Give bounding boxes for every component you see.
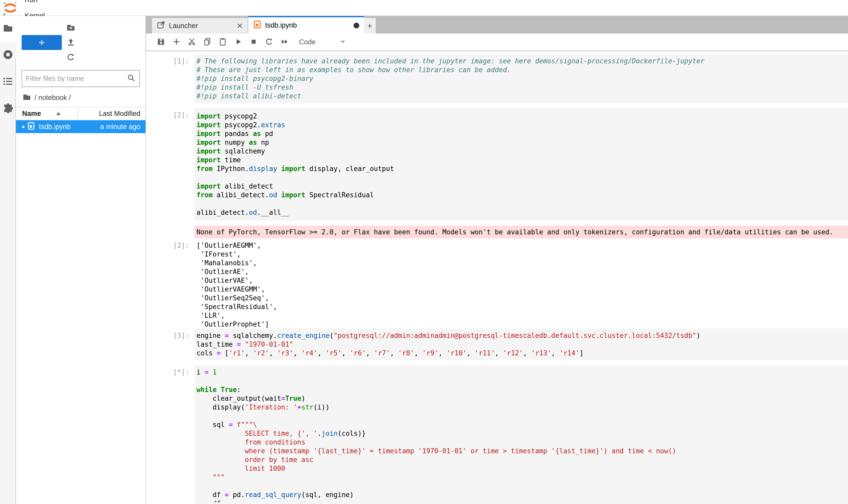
- code-line: """: [197, 473, 848, 482]
- cell-editor[interactable]: engine = sqlalchemy.create_engine("postg…: [194, 329, 848, 360]
- code-line: import psycopg2: [197, 112, 848, 121]
- breadcrumb[interactable]: / notebook /: [16, 87, 145, 107]
- run-icon: [234, 37, 243, 47]
- tab-close-icon[interactable]: ✕: [237, 21, 243, 30]
- code-line: i = 1: [197, 368, 848, 377]
- cell-type-dropdown[interactable]: Code: [299, 37, 347, 47]
- code-line: import sqlalchemy: [197, 147, 848, 156]
- output-line: ['OutlierAEGMM',: [197, 241, 848, 250]
- code-line: # The following libraries have already b…: [197, 57, 848, 66]
- code-line: #!pip install alibi-detect: [197, 92, 848, 101]
- output-line: 'Mahalanobis',: [197, 258, 848, 267]
- cut-button[interactable]: [184, 34, 200, 50]
- copy-button[interactable]: [200, 34, 215, 50]
- tab-launcher[interactable]: Launcher✕: [152, 18, 248, 34]
- file-browser-panel: + / notebook / Name Last Modified tsdb.i…: [16, 16, 146, 504]
- code-line: import numpy as np: [197, 138, 848, 147]
- copy-icon: [203, 37, 212, 47]
- notebook-toolbar: Code: [146, 34, 848, 51]
- add-button[interactable]: [169, 34, 184, 50]
- code-line: df = pd.read_sql_query(sql, engine): [197, 490, 848, 499]
- launcher-icon: [157, 21, 169, 31]
- kernel-running-dot: [22, 126, 24, 128]
- code-line: cols = ['r1', 'r2', 'r3', 'r4', 'r5', 'r…: [197, 349, 848, 358]
- paste-button[interactable]: [215, 34, 231, 50]
- code-line: df: [197, 499, 848, 502]
- output-prompt: [2]:: [146, 241, 193, 329]
- puzzle-icon: [2, 103, 14, 115]
- code-line: limit 1000: [197, 464, 848, 473]
- code-line: clear_output(wait=True): [197, 394, 848, 403]
- execute-result: ['OutlierAEGMM', 'IForest', 'Mahalanobis…: [194, 241, 848, 329]
- code-line: [197, 173, 848, 182]
- code-line: last_time = "1970-01-01": [197, 340, 848, 349]
- output-line: 'OutlierAE',: [197, 267, 848, 276]
- file-browser-toolbar: +: [16, 16, 145, 68]
- filter-files-box: [22, 70, 140, 87]
- sidebar-tab-running-terminals-and-kernels[interactable]: [1, 48, 15, 62]
- menu-item-run[interactable]: Run: [19, 0, 56, 8]
- file-row[interactable]: tsdb.ipynba minute ago: [16, 120, 145, 133]
- file-list-header: Name Last Modified: [16, 107, 145, 120]
- cell-editor[interactable]: # The following libraries have already b…: [194, 54, 848, 103]
- code-line: alibi_detect.od.__all__: [197, 208, 848, 217]
- main-dock-panel: Launcher✕tsdb.ipynb+ Code [1]:# The foll…: [146, 16, 848, 504]
- upload-icon: [66, 37, 76, 48]
- dock-tab-bar: Launcher✕tsdb.ipynb+: [146, 16, 848, 34]
- save-icon: [156, 37, 166, 47]
- tab-tsdb-ipynb[interactable]: tsdb.ipynb: [248, 16, 364, 34]
- breadcrumb-path: / notebook /: [35, 94, 71, 102]
- stop-button[interactable]: [246, 34, 261, 50]
- restart-icon: [265, 37, 274, 47]
- code-cell: [1]:# The following libraries have alrea…: [146, 54, 848, 103]
- output-line: 'IForest',: [197, 250, 848, 258]
- code-line: [197, 199, 848, 208]
- refresh-button[interactable]: [62, 50, 80, 65]
- output-line: 'OutlierProphet']: [197, 320, 848, 329]
- code-line: import psycopg2.extras: [197, 121, 848, 129]
- new-folder-button[interactable]: [62, 20, 80, 35]
- code-line: order by time asc: [197, 455, 848, 464]
- output-line: 'LLR',: [197, 311, 848, 320]
- tab-label: tsdb.ipynb: [265, 21, 297, 29]
- fast-forward-button[interactable]: [277, 34, 292, 50]
- menu-bar: FileEditViewRunKernelTabsSettingsHelp: [0, 0, 848, 16]
- stop-circle-icon: [2, 49, 14, 61]
- left-sidebar-tabstrip: [0, 16, 16, 504]
- sort-by-modified-header[interactable]: Last Modified: [77, 107, 145, 120]
- sidebar-tab-file-browser[interactable]: [1, 21, 15, 36]
- paste-icon: [218, 37, 228, 47]
- code-line: from conditions: [197, 438, 848, 447]
- cell-editor[interactable]: import psycopg2import psycopg2.extrasimp…: [194, 108, 848, 220]
- sort-by-name-header[interactable]: Name: [16, 110, 77, 118]
- output-line: 'OutlierSeq2Seq',: [197, 293, 848, 302]
- sidebar-tab-extension-manager[interactable]: [1, 102, 15, 116]
- sidebar-tab-table-of-contents[interactable]: [1, 75, 15, 89]
- fast-forward-icon: [280, 37, 289, 47]
- code-line: while True:: [197, 385, 848, 394]
- cell-input-area: [2]:import psycopg2import psycopg2.extra…: [146, 108, 848, 220]
- input-prompt: [*]:: [146, 365, 193, 504]
- sort-ascending-caret-icon: [56, 112, 61, 115]
- file-list: tsdb.ipynba minute ago: [16, 120, 145, 133]
- save-button[interactable]: [153, 34, 169, 50]
- new-tab-button[interactable]: +: [364, 18, 376, 34]
- output-line: 'OutlierVAEGMM',: [197, 285, 848, 293]
- output-line: 'OutlierVAE',: [197, 276, 848, 285]
- home-folder-icon[interactable]: [22, 92, 35, 103]
- cell-editor[interactable]: i = 1 while True: clear_output(wait=True…: [194, 365, 848, 504]
- tab-label: Launcher: [169, 22, 198, 30]
- run-button[interactable]: [231, 34, 246, 50]
- file-modified: a minute ago: [100, 123, 145, 131]
- code-line: import alibi_detect: [197, 182, 848, 191]
- unsaved-changes-dot: [354, 23, 359, 28]
- restart-button[interactable]: [261, 34, 277, 50]
- list-icon: [2, 76, 14, 88]
- filter-files-input[interactable]: [26, 75, 127, 83]
- notebook-content[interactable]: [1]:# The following libraries have alrea…: [146, 51, 848, 504]
- upload-button[interactable]: [62, 35, 80, 50]
- input-prompt: [1]:: [146, 54, 193, 103]
- new-launcher-button[interactable]: +: [22, 35, 62, 50]
- code-line: from alibi_detect.od import SpectralResi…: [197, 191, 848, 199]
- cut-icon: [187, 37, 197, 47]
